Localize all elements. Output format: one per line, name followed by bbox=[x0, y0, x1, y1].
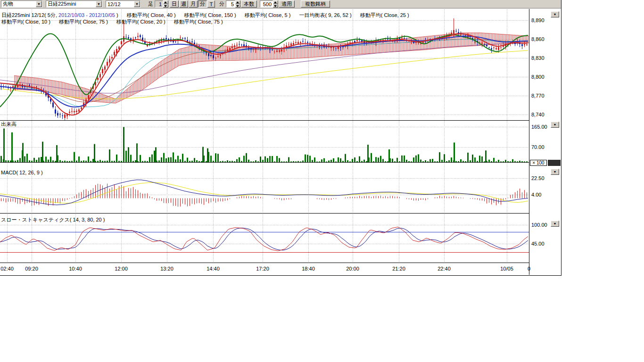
volume-multiplier-badge: × 100 bbox=[530, 160, 547, 166]
legend-indicator: 移動平均( Close, 150 ) bbox=[184, 12, 236, 18]
multi-symbol-button[interactable]: 複数銘柄 bbox=[301, 0, 330, 8]
stoch-axis-tick-label: 100.00 bbox=[531, 222, 547, 228]
time-axis-label: 12:00 bbox=[112, 266, 131, 272]
apply-button[interactable]: 適用 bbox=[279, 0, 295, 8]
stepper-arrows bbox=[235, 0, 240, 8]
macd-pane-label: MACD( 12, 26, 9 ) bbox=[1, 170, 43, 175]
time-axis-label: 18:40 bbox=[299, 266, 318, 272]
legend-line-2: 移動平均( Close, 10 )移動平均( Close, 75 )移動平均( … bbox=[1, 19, 223, 25]
toolbar: 先物 ▼ 日経225mini ▼ 12/12 ▼ 足 1 日 週 月 分 T 分… bbox=[0, 0, 561, 8]
stepper-arrows bbox=[273, 0, 278, 8]
legend-indicator: 移動平均( Close, 40 ) bbox=[127, 12, 176, 18]
chart-title: 日経225mini 12/12( 5分, 2012/10/03 - 2012/1… bbox=[1, 12, 118, 18]
chart-plot-area[interactable] bbox=[0, 0, 561, 275]
time-axis-label: 10:40 bbox=[66, 266, 85, 272]
minute-value[interactable]: 5 bbox=[226, 0, 235, 8]
price-axis-tick-label: 8,830 bbox=[531, 55, 545, 61]
dropdown-arrow-icon[interactable]: ▼ bbox=[134, 1, 140, 7]
time-axis-label: 21:20 bbox=[389, 266, 408, 272]
legend-indicator: 移動平均( Close, 20 ) bbox=[116, 19, 165, 25]
price-axis-tick-label: 8,890 bbox=[531, 17, 545, 23]
volume-axis-tick-label: 165.00 bbox=[531, 124, 547, 130]
price-axis-tick-label: 8,800 bbox=[531, 74, 545, 80]
time-axis-label: 10/05 bbox=[497, 266, 516, 272]
stochastics-pane-scroll-button[interactable]: ▼ bbox=[551, 221, 559, 227]
spinner-down-icon[interactable] bbox=[273, 4, 278, 8]
minute-unit-label: 分 bbox=[219, 0, 224, 8]
stepper-arrows bbox=[163, 0, 168, 8]
chart-application-window: 先物 ▼ 日経225mini ▼ 12/12 ▼ 足 1 日 週 月 分 T 分… bbox=[0, 0, 561, 276]
daily-button[interactable]: 日 bbox=[170, 0, 179, 8]
dropdown-arrow-icon[interactable]: ▼ bbox=[36, 1, 42, 7]
price-axis-tick-label: 8,770 bbox=[531, 93, 545, 99]
minute-button[interactable]: 分 bbox=[198, 0, 207, 8]
legend-indicator: 一目均衡表( 9, 26, 52 ) bbox=[299, 12, 351, 18]
tick-button[interactable]: T bbox=[207, 0, 215, 8]
time-axis-label: 0 bbox=[520, 266, 538, 272]
time-axis-label: 14:40 bbox=[204, 266, 223, 272]
spinner-up-icon[interactable] bbox=[273, 0, 278, 4]
spinner-down-icon[interactable] bbox=[235, 4, 240, 8]
interval-value[interactable]: 1 bbox=[155, 0, 163, 8]
legend-indicator: 移動平均( Close, 75 ) bbox=[174, 19, 223, 25]
volume-pane-scroll-button[interactable]: ▼ bbox=[551, 122, 559, 128]
time-axis-label: 09:20 bbox=[22, 266, 41, 272]
symbol-select[interactable]: 日経225mini ▼ bbox=[46, 0, 102, 8]
dropdown-arrow-icon[interactable]: ▼ bbox=[96, 1, 102, 7]
legend-indicator: 移動平均( Close, 25 ) bbox=[360, 12, 409, 18]
contract-month-value: 12/12 bbox=[106, 1, 134, 7]
monthly-button[interactable]: 月 bbox=[189, 0, 198, 8]
time-axis-label: 22:40 bbox=[435, 266, 454, 272]
legend-indicator: 移動平均( Close, 10 ) bbox=[1, 19, 50, 25]
price-axis-tick-label: 8,740 bbox=[531, 112, 545, 117]
spinner-up-icon[interactable] bbox=[235, 0, 240, 4]
count-value[interactable]: 500 bbox=[260, 0, 273, 8]
macd-axis-tick-label: 4.00 bbox=[531, 192, 541, 197]
weekly-button[interactable]: 週 bbox=[179, 0, 188, 8]
interval-stepper[interactable]: 1 bbox=[155, 0, 168, 8]
ashi-label: 足 bbox=[148, 0, 153, 8]
time-axis-label: 13:20 bbox=[157, 266, 176, 272]
price-axis-tick-label: 8,860 bbox=[531, 36, 545, 42]
stoch-axis-tick-label: 45.00 bbox=[531, 241, 545, 247]
legend-indicator: 移動平均( Close, 75 ) bbox=[59, 19, 108, 25]
macd-axis-tick-label: 22.50 bbox=[531, 175, 545, 181]
time-axis-label: 17:20 bbox=[253, 266, 272, 272]
category-select-value: 先物 bbox=[1, 1, 36, 7]
category-select[interactable]: 先物 ▼ bbox=[1, 0, 42, 8]
spinner-down-icon[interactable] bbox=[163, 4, 168, 8]
stochastics-pane-label: スロー・ストキャスティクス( 14, 3, 80, 20 ) bbox=[1, 217, 105, 222]
symbol-select-value: 日経225mini bbox=[46, 1, 96, 7]
spinner-up-icon[interactable] bbox=[163, 0, 168, 4]
chart-title-text: ) bbox=[115, 12, 118, 18]
minute-stepper[interactable]: 5 bbox=[226, 0, 240, 8]
contract-month-select[interactable]: 12/12 ▼ bbox=[106, 0, 140, 8]
time-axis-label: 02:40 bbox=[0, 266, 17, 272]
legend-indicator: 移動平均( Close, 5 ) bbox=[245, 12, 291, 18]
bar-count-button[interactable]: 本数 bbox=[241, 0, 257, 8]
time-axis-label: 20:00 bbox=[343, 266, 362, 272]
chart-title-text: 日経225mini 12/12( 5分, bbox=[1, 12, 58, 18]
macd-pane-scroll-button[interactable]: ▼ bbox=[551, 169, 559, 175]
volume-axis-tick-label: 70.00 bbox=[531, 144, 545, 150]
chart-title-dates: 2012/10/03 - 2012/10/05 bbox=[58, 12, 115, 18]
pane-divider-handle[interactable] bbox=[548, 160, 561, 166]
legend-line-1: 日経225mini 12/12( 5分, 2012/10/03 - 2012/1… bbox=[1, 12, 409, 18]
count-stepper[interactable]: 500 bbox=[260, 0, 278, 8]
price-pane-scroll-button[interactable]: ▼ bbox=[551, 11, 559, 17]
volume-pane-label: 出来高 bbox=[1, 121, 17, 127]
